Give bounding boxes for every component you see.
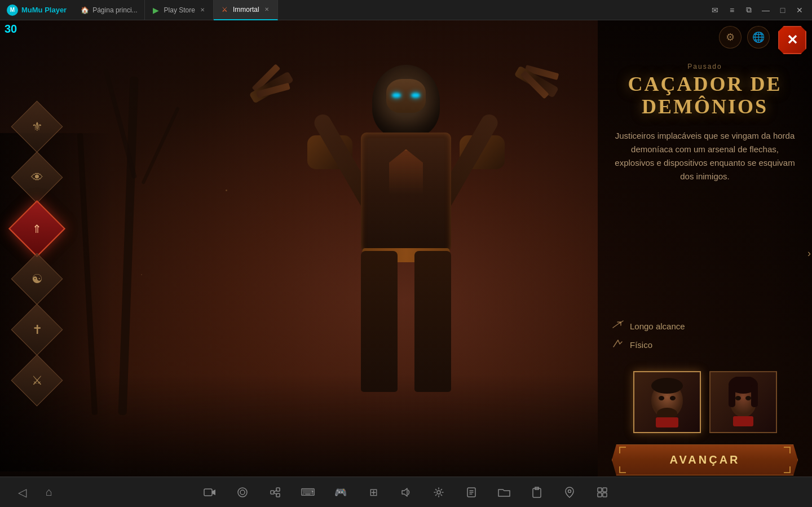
- svg-rect-12: [733, 416, 753, 426]
- char-leg-right: [414, 251, 451, 392]
- globe-btn[interactable]: 🌐: [747, 26, 770, 49]
- svg-point-15: [238, 488, 247, 497]
- btn-corner-br: [784, 466, 791, 473]
- portrait-male[interactable]: [633, 371, 701, 433]
- close-panel-button[interactable]: ✕: [778, 26, 806, 54]
- game-area: ⚜ 👁 ⇑ ☯ ✝ ⚔: [0, 20, 812, 487]
- physical-icon: [612, 338, 624, 351]
- settings-icon-area: ⚙ 🌐: [719, 26, 770, 49]
- char-eye-right: [411, 93, 420, 98]
- class-icon-3[interactable]: ☯: [17, 259, 56, 299]
- class-icon-4[interactable]: ✝: [17, 310, 56, 350]
- apk-btn[interactable]: [461, 482, 482, 503]
- tab-immortal[interactable]: ⚔ Immortal ✕: [214, 0, 278, 20]
- record-btn[interactable]: [199, 482, 220, 503]
- clipboard-btn[interactable]: [526, 482, 548, 503]
- screenshot-btn[interactable]: [232, 482, 253, 503]
- class-stats: Longo alcance Físico: [612, 320, 798, 357]
- settings-taskbar-btn[interactable]: [428, 482, 449, 503]
- menu-btn[interactable]: ≡: [724, 2, 740, 18]
- class-title-text: CAÇADOR DEDEMÔNIOS: [612, 73, 798, 118]
- tab-home-label: Página princi...: [92, 6, 137, 14]
- svg-rect-25: [603, 488, 607, 492]
- stat-range: Longo alcance: [612, 320, 798, 333]
- home-btn[interactable]: ⌂: [38, 482, 60, 503]
- character-portraits: ›: [612, 371, 798, 433]
- btn-corner-tr: [784, 447, 791, 453]
- close-btn[interactable]: ✕: [792, 2, 807, 18]
- char-torso: [361, 133, 451, 257]
- crossbow-right: [510, 58, 573, 111]
- folder-btn[interactable]: [493, 482, 515, 503]
- stat-physical-label: Físico: [630, 340, 652, 350]
- class-symbol-1: 👁: [30, 170, 43, 185]
- svg-rect-5: [656, 417, 678, 427]
- class-icon-2[interactable]: ⇑: [15, 206, 59, 250]
- class-symbol-5: ⚔: [31, 373, 42, 388]
- class-diamond-4: ✝: [11, 304, 63, 356]
- portrait-next[interactable]: ›: [804, 248, 812, 259]
- layout-btn[interactable]: ⊞: [363, 482, 384, 503]
- restore-btn[interactable]: ⧉: [741, 2, 757, 18]
- minimize-btn[interactable]: —: [758, 2, 774, 18]
- keyboard-btn[interactable]: ⌨: [297, 482, 319, 503]
- tree-branch-2: [141, 107, 180, 184]
- class-icon-0[interactable]: ⚜: [17, 107, 56, 147]
- stat-physical: Físico: [612, 338, 798, 351]
- svg-point-1: [651, 378, 683, 394]
- volume-btn[interactable]: [395, 482, 417, 503]
- class-icon-5[interactable]: ⚔: [17, 361, 56, 400]
- share-btn[interactable]: [264, 482, 286, 503]
- class-icon-1[interactable]: 👁: [17, 158, 56, 197]
- expand-btn[interactable]: [592, 482, 613, 503]
- svg-rect-19: [276, 493, 280, 497]
- range-icon: [612, 320, 624, 333]
- class-symbol-4: ✝: [32, 323, 42, 337]
- title-bar: M MuMu Player 🏠 Página princi... ▶ Play …: [0, 0, 812, 20]
- chest-decoration: [389, 149, 423, 195]
- svg-marker-14: [212, 490, 215, 495]
- back-btn[interactable]: ◁: [11, 482, 33, 503]
- svg-rect-18: [276, 488, 280, 491]
- tab-playstore-close[interactable]: ✕: [198, 6, 206, 14]
- svg-rect-27: [603, 493, 607, 497]
- app-logo: M MuMu Player: [0, 5, 73, 16]
- svg-point-16: [240, 490, 245, 495]
- svg-rect-26: [598, 493, 602, 497]
- svg-rect-24: [598, 488, 602, 492]
- app-logo-icon: M: [7, 5, 18, 16]
- particle-2: [141, 274, 142, 275]
- btn-corner-bl: [619, 466, 626, 473]
- advance-button[interactable]: AVANÇAR: [612, 444, 798, 475]
- char-face: [386, 79, 426, 113]
- app-name: MuMu Player: [21, 6, 67, 14]
- char-leg-left: [361, 251, 398, 392]
- info-panel: ⚙ 🌐 ✕ Pausado CAÇADOR DEDEMÔNIOS Justice…: [598, 20, 812, 487]
- class-diamond-1: 👁: [11, 152, 63, 204]
- svg-point-10: [735, 396, 741, 400]
- btn-corner-tl: [619, 447, 626, 453]
- svg-point-3: [659, 396, 664, 400]
- portrait-female[interactable]: [709, 371, 777, 433]
- svg-rect-8: [729, 385, 735, 407]
- paused-label: Pausado: [612, 63, 798, 70]
- taskbar: ◁ ⌂ ⌨ 🎮 ⊞: [0, 477, 812, 507]
- gamepad-btn[interactable]: 🎮: [330, 482, 351, 503]
- maximize-btn[interactable]: □: [775, 2, 791, 18]
- char-eye-left: [392, 93, 401, 98]
- tab-immortal-close[interactable]: ✕: [263, 6, 271, 14]
- playstore-icon: ▶: [152, 6, 161, 15]
- location-btn[interactable]: [559, 482, 580, 503]
- fps-counter: 30: [0, 20, 21, 38]
- tab-playstore[interactable]: ▶ Play Store ✕: [145, 0, 214, 20]
- class-diamond-2: ⇑: [8, 200, 65, 257]
- class-diamond-0: ⚜: [11, 101, 63, 153]
- tab-home[interactable]: 🏠 Página princi...: [73, 0, 144, 20]
- mail-btn[interactable]: ✉: [707, 2, 723, 18]
- settings-btn[interactable]: ⚙: [719, 26, 742, 49]
- svg-point-4: [670, 396, 676, 400]
- svg-rect-13: [204, 489, 212, 496]
- tab-playstore-label: Play Store: [164, 6, 195, 14]
- taskbar-navigation: ◁ ⌂: [11, 482, 60, 503]
- class-symbol-3: ☯: [31, 272, 42, 286]
